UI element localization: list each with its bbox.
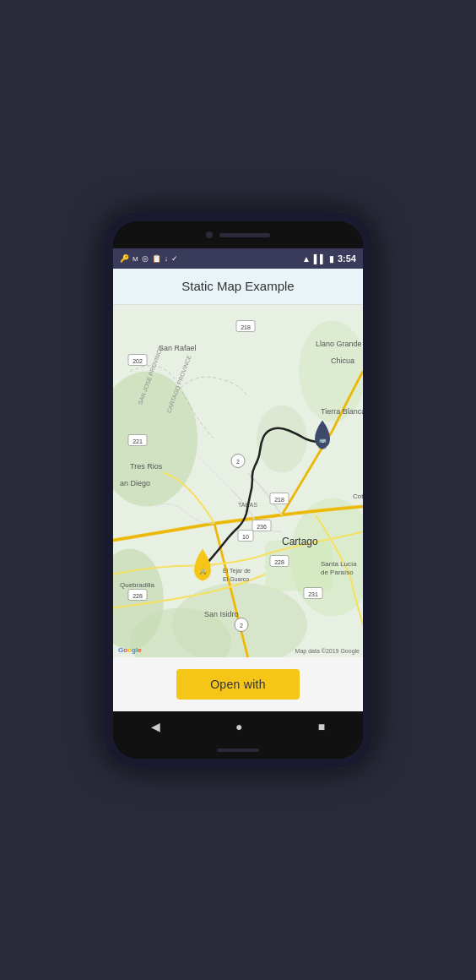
wifi-icon: ▲ bbox=[302, 254, 311, 264]
svg-text:San Rafael: San Rafael bbox=[159, 344, 197, 352]
bottom-area: Open with bbox=[113, 657, 363, 711]
home-button[interactable]: ● bbox=[235, 720, 242, 733]
svg-text:Santa Lucía: Santa Lucía bbox=[321, 560, 357, 568]
svg-text:10: 10 bbox=[242, 534, 249, 540]
svg-text:236: 236 bbox=[257, 524, 267, 530]
battery-icon: ▮ bbox=[329, 254, 334, 264]
phone-frame: 🔑 M ◎ 📋 ↓ ✓ ▲ ▌▌ ▮ 3:54 Static Map Examp… bbox=[103, 211, 373, 769]
app-title: Static Map Example bbox=[181, 279, 294, 293]
svg-text:231: 231 bbox=[308, 591, 318, 597]
svg-text:218: 218 bbox=[274, 497, 284, 503]
svg-text:Chicua: Chicua bbox=[331, 357, 354, 365]
svg-text:🚕: 🚕 bbox=[198, 566, 207, 574]
svg-text:Quebradilla: Quebradilla bbox=[120, 581, 154, 589]
map-attribution: Map data ©2019 Google bbox=[295, 648, 360, 654]
status-icons-left: 🔑 M ◎ 📋 ↓ ✓ bbox=[120, 254, 178, 263]
svg-text:Tierra Blanca: Tierra Blanca bbox=[321, 407, 363, 416]
clock: 3:54 bbox=[338, 253, 356, 264]
svg-text:Llano Grande: Llano Grande bbox=[316, 340, 362, 348]
map-container[interactable]: 218 202 221 2 218 236 bbox=[113, 305, 363, 657]
app-screen: Static Map Example bbox=[113, 269, 363, 711]
svg-point-8 bbox=[257, 406, 307, 473]
bottom-bezel bbox=[113, 742, 363, 759]
recent-button[interactable]: ■ bbox=[318, 720, 325, 733]
svg-text:de Paraíso: de Paraíso bbox=[321, 569, 354, 576]
google-logo: Google bbox=[118, 646, 142, 654]
map-svg: 218 202 221 2 218 236 bbox=[113, 305, 363, 657]
svg-text:228: 228 bbox=[274, 559, 284, 565]
svg-text:2: 2 bbox=[240, 623, 243, 629]
signal-icon: ▌▌ bbox=[314, 254, 326, 264]
key-icon: 🔑 bbox=[120, 254, 129, 263]
status-icons-right: ▲ ▌▌ ▮ 3:54 bbox=[302, 253, 356, 264]
svg-text:an Diego: an Diego bbox=[120, 479, 150, 487]
phone-screen: 🔑 M ◎ 📋 ↓ ✓ ▲ ▌▌ ▮ 3:54 Static Map Examp… bbox=[113, 221, 363, 759]
speaker bbox=[219, 233, 270, 237]
svg-text:228: 228 bbox=[133, 593, 143, 599]
svg-text:221: 221 bbox=[133, 438, 143, 444]
gmail-icon: M bbox=[133, 255, 138, 263]
app-header: Static Map Example bbox=[113, 269, 363, 305]
nav-bar: ◀ ● ■ bbox=[113, 711, 363, 742]
svg-text:Cartago: Cartago bbox=[282, 536, 318, 547]
svg-text:218: 218 bbox=[241, 324, 251, 330]
svg-text:202: 202 bbox=[133, 358, 143, 364]
top-bezel bbox=[113, 221, 363, 248]
svg-text:Cot: Cot bbox=[353, 493, 363, 500]
svg-text:Tres Rios: Tres Rios bbox=[130, 462, 163, 471]
back-button[interactable]: ◀ bbox=[151, 720, 160, 733]
open-with-button[interactable]: Open with bbox=[176, 669, 300, 700]
svg-text:🚌: 🚌 bbox=[319, 436, 327, 444]
clipboard-icon: 📋 bbox=[152, 254, 161, 263]
svg-text:El Guarco: El Guarco bbox=[223, 576, 249, 582]
circle-icon: ◎ bbox=[142, 254, 149, 263]
status-bar: 🔑 M ◎ 📋 ↓ ✓ ▲ ▌▌ ▮ 3:54 bbox=[113, 248, 363, 269]
check-icon: ✓ bbox=[171, 254, 178, 263]
svg-text:El Tejar de: El Tejar de bbox=[223, 568, 251, 574]
camera bbox=[206, 231, 213, 238]
download-icon: ↓ bbox=[165, 254, 169, 263]
svg-text:San Isidro: San Isidro bbox=[204, 610, 239, 618]
svg-text:2: 2 bbox=[236, 459, 240, 465]
fingerprint-bar bbox=[217, 749, 259, 752]
